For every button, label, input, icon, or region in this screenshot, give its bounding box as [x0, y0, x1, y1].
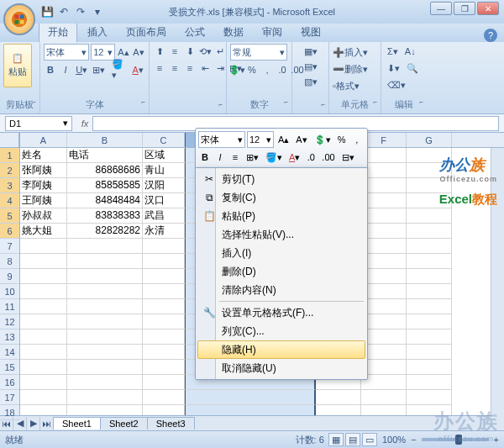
cell[interactable]: [143, 239, 185, 254]
tab-review[interactable]: 审阅: [254, 23, 291, 42]
mini-incdec-icon[interactable]: .0: [304, 150, 318, 165]
grow-font-icon[interactable]: A▴: [117, 45, 130, 60]
cell[interactable]: [67, 299, 143, 314]
row-header[interactable]: 5: [0, 208, 19, 224]
cell[interactable]: [143, 269, 185, 284]
mini-size-select[interactable]: 12▾: [247, 131, 274, 148]
font-color-button[interactable]: A▾: [130, 62, 145, 77]
menu-item[interactable]: 插入(I): [197, 244, 365, 262]
italic-button[interactable]: I: [59, 62, 72, 77]
redo-icon[interactable]: ↷: [74, 5, 87, 18]
cell[interactable]: [407, 299, 452, 314]
cell[interactable]: 青山: [143, 163, 185, 178]
cell[interactable]: 姓名: [20, 148, 67, 163]
cell[interactable]: 86868686: [67, 163, 143, 178]
cell[interactable]: [185, 390, 316, 405]
border-button[interactable]: ⊞▾: [91, 62, 107, 77]
row-header[interactable]: 3: [0, 178, 19, 193]
fx-icon[interactable]: fx: [77, 119, 92, 129]
paste-button[interactable]: 📋 粘贴: [3, 44, 32, 87]
mini-merge-icon[interactable]: ⊟▾: [339, 150, 357, 165]
cell[interactable]: [67, 405, 143, 415]
menu-item[interactable]: 取消隐藏(U): [197, 359, 365, 377]
col-header[interactable]: F: [361, 133, 407, 147]
menu-item[interactable]: 清除内容(N): [197, 281, 365, 299]
cell[interactable]: [67, 345, 143, 360]
mini-bold-icon[interactable]: B: [198, 150, 212, 165]
menu-item[interactable]: 隐藏(H): [197, 340, 365, 359]
format-cells-button[interactable]: ▫格式▾: [333, 77, 377, 94]
row-header[interactable]: 13: [0, 329, 19, 345]
name-box[interactable]: D1▾: [5, 116, 72, 131]
cell[interactable]: [407, 254, 452, 269]
cell[interactable]: [20, 284, 67, 299]
cell[interactable]: [143, 284, 185, 299]
cell[interactable]: 82828282: [67, 224, 143, 239]
row-header[interactable]: 16: [0, 375, 19, 390]
insert-cells-button[interactable]: ➕插入▾: [333, 44, 377, 61]
mini-percent-icon[interactable]: %: [335, 132, 349, 147]
cell[interactable]: [67, 375, 143, 390]
table-format-icon[interactable]: ▤▾: [296, 59, 326, 74]
cell[interactable]: [361, 239, 407, 254]
cell[interactable]: 武昌: [143, 208, 185, 224]
sheet-tab-3[interactable]: Sheet3: [147, 417, 195, 430]
mini-decdec-icon[interactable]: .00: [319, 150, 337, 165]
menu-item[interactable]: 📋粘贴(P): [197, 207, 365, 225]
cell[interactable]: [316, 390, 361, 405]
bold-button[interactable]: B: [44, 62, 57, 77]
close-button[interactable]: ✕: [477, 2, 499, 15]
find-icon[interactable]: 🔍: [404, 61, 421, 76]
cell[interactable]: 83838383: [67, 208, 143, 224]
view-break-icon[interactable]: ▭: [362, 433, 377, 446]
col-header[interactable]: G: [407, 133, 452, 147]
col-header[interactable]: C: [143, 133, 185, 147]
cell[interactable]: [20, 405, 67, 415]
cell[interactable]: 李阿姨: [20, 178, 67, 193]
cell[interactable]: [143, 299, 185, 314]
sheet-nav-next-icon[interactable]: ▶: [27, 417, 40, 430]
mini-shrink-font-icon[interactable]: A▾: [293, 132, 309, 147]
cell[interactable]: [67, 360, 143, 375]
cell[interactable]: 汉阳: [143, 178, 185, 193]
row-header[interactable]: 18: [0, 405, 19, 420]
font-name-select[interactable]: 宋体▾: [44, 44, 89, 61]
cell[interactable]: [361, 375, 407, 390]
fill-color-button[interactable]: 🪣▾: [109, 62, 129, 77]
mini-currency-icon[interactable]: 💲▾: [312, 132, 333, 147]
row-header[interactable]: 2: [0, 163, 19, 178]
cell[interactable]: [143, 314, 185, 329]
cell[interactable]: 电话: [67, 148, 143, 163]
cell[interactable]: [67, 329, 143, 345]
cell[interactable]: 区域: [143, 148, 185, 163]
cell[interactable]: [407, 269, 452, 284]
cell[interactable]: 84848484: [67, 193, 143, 208]
align-left-icon[interactable]: ≡: [153, 61, 166, 76]
shrink-font-icon[interactable]: A▾: [132, 45, 145, 60]
tab-layout[interactable]: 页面布局: [118, 23, 175, 42]
cell[interactable]: [20, 390, 67, 405]
cell[interactable]: [361, 345, 407, 360]
cell[interactable]: [67, 314, 143, 329]
row-header[interactable]: 12: [0, 314, 19, 329]
row-header[interactable]: 17: [0, 390, 19, 405]
row-header[interactable]: 15: [0, 360, 19, 375]
cell[interactable]: 王阿姨: [20, 193, 67, 208]
row-header[interactable]: 10: [0, 284, 19, 299]
cell[interactable]: [361, 269, 407, 284]
cell[interactable]: [67, 390, 143, 405]
vertical-scrollbar[interactable]: [491, 148, 504, 417]
office-button[interactable]: [3, 3, 35, 35]
align-bottom-icon[interactable]: ⬇: [183, 44, 197, 59]
menu-item[interactable]: 删除(D): [197, 262, 365, 281]
mini-align-icon[interactable]: ≡: [228, 150, 242, 165]
tab-insert[interactable]: 插入: [79, 23, 116, 42]
cell[interactable]: 张阿姨: [20, 163, 67, 178]
percent-icon[interactable]: %: [245, 62, 259, 77]
underline-button[interactable]: U▾: [74, 62, 89, 77]
minimize-button[interactable]: —: [430, 2, 452, 15]
zoom-out-icon[interactable]: −: [411, 435, 416, 445]
cell[interactable]: [361, 284, 407, 299]
cell[interactable]: [67, 284, 143, 299]
cell[interactable]: [361, 224, 407, 239]
